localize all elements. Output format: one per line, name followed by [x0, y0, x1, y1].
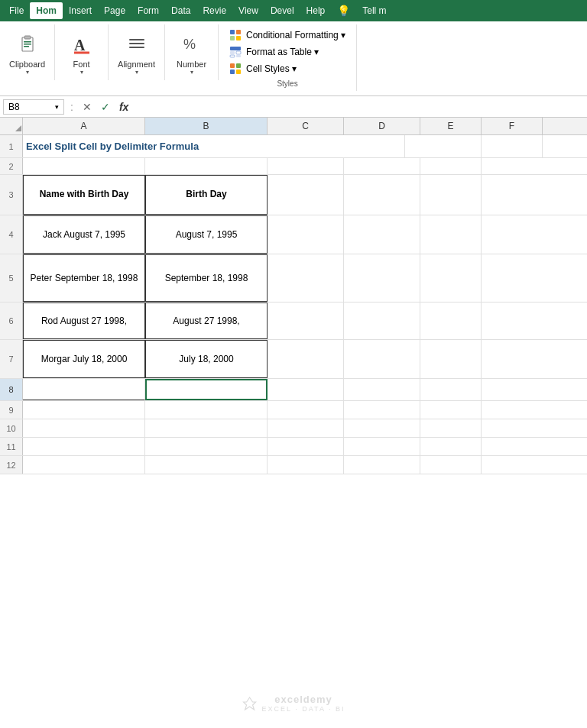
cell-d7[interactable] — [344, 340, 420, 378]
formula-input[interactable] — [135, 100, 584, 114]
menu-home[interactable]: Hom — [30, 2, 63, 19]
cell-b7[interactable]: July 18, 2000 — [145, 340, 268, 378]
cell-f6[interactable] — [482, 303, 543, 339]
cell-ref-dropdown-icon[interactable]: ▾ — [55, 103, 59, 111]
cell-a6[interactable]: Rod August 27 1998, — [23, 303, 145, 339]
cell-b4[interactable]: August 7, 1995 — [145, 215, 268, 254]
cell-f2[interactable] — [482, 158, 543, 175]
row-num-7[interactable]: 7 — [0, 340, 23, 378]
cell-a3[interactable]: Name with Birth Day — [23, 175, 145, 215]
cell-b2[interactable] — [145, 158, 268, 175]
row-num-1[interactable]: 1 — [0, 135, 23, 157]
cell-a11[interactable] — [23, 438, 145, 455]
cell-e6[interactable] — [420, 303, 482, 339]
col-header-f[interactable]: F — [482, 118, 543, 134]
cell-a7[interactable]: Morgar July 18, 2000 — [23, 340, 145, 378]
cell-d11[interactable] — [344, 438, 420, 455]
alignment-button[interactable]: Alignment ▾ — [115, 28, 158, 77]
insert-function-icon[interactable]: fx — [116, 101, 131, 113]
cell-e11[interactable] — [420, 438, 482, 455]
row-num-2[interactable]: 2 — [0, 158, 23, 174]
col-header-a[interactable]: A — [23, 118, 145, 134]
font-button[interactable]: A Font ▾ — [63, 28, 100, 77]
confirm-formula-icon[interactable]: ✓ — [98, 101, 113, 113]
cell-e8[interactable] — [420, 379, 482, 400]
menu-insert[interactable]: Insert — [63, 2, 98, 19]
cell-d4[interactable] — [344, 215, 420, 254]
cell-d12[interactable] — [344, 456, 420, 474]
cell-e9[interactable] — [420, 401, 482, 419]
row-num-3[interactable]: 3 — [0, 175, 23, 215]
cell-c9[interactable] — [268, 401, 344, 419]
cell-f9[interactable] — [482, 401, 543, 419]
cell-a4[interactable]: Jack August 7, 1995 — [23, 215, 145, 254]
cell-b12[interactable] — [145, 456, 268, 474]
cell-styles-button[interactable]: Cell Styles ▾ — [226, 61, 349, 76]
menu-help[interactable]: Help — [300, 2, 332, 19]
cell-a8[interactable] — [23, 379, 145, 400]
cancel-formula-icon[interactable]: ✕ — [79, 101, 95, 113]
cell-f7[interactable] — [482, 340, 543, 378]
cell-f5[interactable] — [482, 254, 543, 302]
cell-b8[interactable] — [145, 379, 268, 400]
cell-d9[interactable] — [344, 401, 420, 419]
cell-b11[interactable] — [145, 438, 268, 455]
col-header-c[interactable]: C — [268, 118, 344, 134]
cell-f11[interactable] — [482, 438, 543, 455]
row-num-8[interactable]: 8 — [0, 379, 23, 400]
format-as-table-button[interactable]: Format as Table ▾ — [226, 44, 349, 60]
cell-c8[interactable] — [268, 379, 344, 400]
cell-f4[interactable] — [482, 215, 543, 254]
cell-e3[interactable] — [420, 175, 482, 215]
cell-a10[interactable] — [23, 419, 145, 437]
menu-form[interactable]: Form — [131, 2, 165, 19]
cell-c12[interactable] — [268, 456, 344, 474]
cell-c10[interactable] — [268, 419, 344, 437]
cell-d6[interactable] — [344, 303, 420, 339]
cell-b3[interactable]: Birth Day — [145, 175, 268, 215]
clipboard-button[interactable]: Clipboard ▾ — [6, 28, 48, 77]
menu-page[interactable]: Page — [98, 2, 131, 19]
menu-file[interactable]: File — [3, 2, 30, 19]
cell-d5[interactable] — [344, 254, 420, 302]
col-header-e[interactable]: E — [420, 118, 482, 134]
corner-cell[interactable] — [0, 118, 23, 134]
col-header-b[interactable]: B — [145, 118, 268, 134]
conditional-formatting-button[interactable]: Conditional Formatting ▾ — [226, 28, 349, 43]
cell-e1[interactable] — [482, 135, 543, 157]
cell-b6[interactable]: August 27 1998, — [145, 303, 268, 339]
cell-f3[interactable] — [482, 175, 543, 215]
cell-a1[interactable]: Excel Split Cell by Delimiter Formula — [23, 135, 405, 157]
row-num-12[interactable]: 12 — [0, 456, 23, 474]
cell-c5[interactable] — [268, 254, 344, 302]
cell-f8[interactable] — [482, 379, 543, 400]
menu-data[interactable]: Data — [165, 2, 196, 19]
cell-e7[interactable] — [420, 340, 482, 378]
cell-d8[interactable] — [344, 379, 420, 400]
menu-review[interactable]: Revie — [196, 2, 232, 19]
cell-a2[interactable] — [23, 158, 145, 175]
row-num-5[interactable]: 5 — [0, 254, 23, 302]
cell-reference-box[interactable]: B8 ▾ — [3, 99, 64, 115]
cell-e5[interactable] — [420, 254, 482, 302]
cell-e4[interactable] — [420, 215, 482, 254]
col-header-d[interactable]: D — [344, 118, 420, 134]
cell-f1[interactable] — [543, 135, 587, 157]
menu-developer[interactable]: Devel — [264, 2, 300, 19]
cell-e10[interactable] — [420, 419, 482, 437]
row-num-10[interactable]: 10 — [0, 419, 23, 437]
cell-b10[interactable] — [145, 419, 268, 437]
row-num-4[interactable]: 4 — [0, 215, 23, 254]
menu-view[interactable]: View — [232, 2, 264, 19]
number-button[interactable]: % Number ▾ — [174, 28, 210, 77]
cell-f10[interactable] — [482, 419, 543, 437]
menu-tellme[interactable]: Tell m — [356, 2, 392, 19]
cell-a9[interactable] — [23, 401, 145, 419]
cell-e12[interactable] — [420, 456, 482, 474]
row-num-11[interactable]: 11 — [0, 438, 23, 455]
row-num-9[interactable]: 9 — [0, 401, 23, 419]
cell-a12[interactable] — [23, 456, 145, 474]
cell-c11[interactable] — [268, 438, 344, 455]
cell-c4[interactable] — [268, 215, 344, 254]
cell-d2[interactable] — [344, 158, 420, 175]
